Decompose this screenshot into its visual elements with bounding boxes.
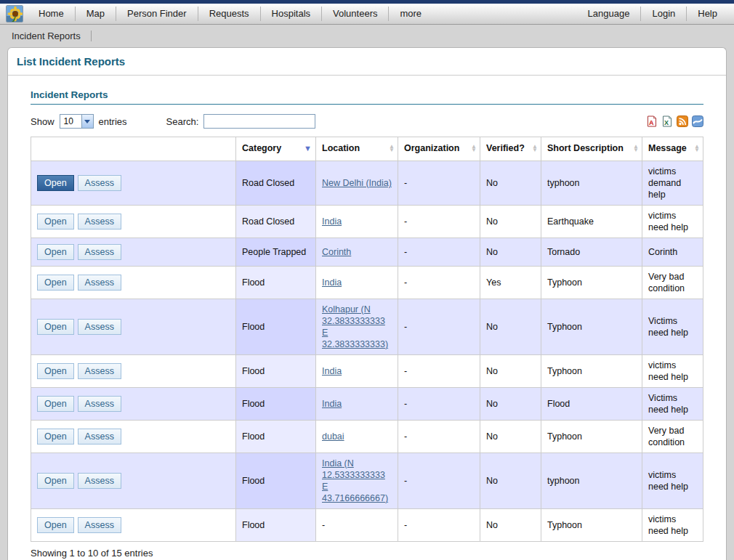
xls-export-icon[interactable]: X (661, 115, 673, 127)
row-actions-cell: OpenAssess (31, 238, 236, 266)
location-link[interactable]: New Delhi (India) (322, 178, 392, 188)
location-link[interactable]: Kolhapur (N 32.3833333333 E 32.383333333… (322, 304, 388, 349)
location-cell: New Delhi (India) (316, 161, 398, 205)
organization-cell: - (398, 205, 480, 238)
message-cell: victims need help (642, 354, 703, 387)
verified-cell: No (480, 508, 541, 541)
nav-item-person-finder[interactable]: Person Finder (116, 7, 198, 21)
table-controls: Show 10 entries Search: A X (31, 113, 703, 130)
assess-button[interactable]: Assess (78, 429, 121, 445)
location-link[interactable]: India (322, 277, 342, 288)
verified-cell: Yes (480, 266, 541, 299)
location-link[interactable]: Corinth (322, 247, 351, 257)
kml-export-icon[interactable] (692, 115, 703, 127)
location-cell: India (316, 205, 398, 238)
rss-export-icon[interactable] (677, 115, 688, 127)
nav-item-hospitals[interactable]: Hospitals (261, 7, 322, 21)
organization-cell: - (398, 238, 480, 266)
open-button[interactable]: Open (37, 244, 74, 260)
open-button[interactable]: Open (37, 429, 74, 445)
message-cell: Victims need help (642, 387, 703, 420)
open-button[interactable]: Open (37, 214, 74, 230)
panel-body: Incident Reports Show 10 entries Search:… (8, 76, 726, 560)
table-row: OpenAssessFloodIndia-YesTyphoonVery bad … (31, 266, 703, 299)
location-cell: - (316, 508, 398, 541)
column-header-message[interactable]: Message ▲▼ (642, 137, 703, 161)
breadcrumb[interactable]: Incident Reports (12, 31, 81, 41)
search-input[interactable] (203, 114, 315, 129)
category-cell: Road Closed (236, 205, 316, 238)
open-button[interactable]: Open (37, 175, 74, 191)
organization-cell: - (398, 354, 480, 387)
column-header-location[interactable]: Location ▲▼ (316, 137, 398, 161)
location-link[interactable]: India (322, 216, 342, 227)
organization-cell: - (398, 161, 480, 205)
verified-cell: No (480, 420, 541, 453)
page-length-value: 10 (60, 115, 81, 128)
row-actions-cell: OpenAssess (31, 161, 236, 205)
verified-cell: No (480, 387, 541, 420)
location-cell: Kolhapur (N 32.3833333333 E 32.383333333… (316, 299, 398, 354)
message-cell: victims need help (642, 205, 703, 238)
open-button[interactable]: Open (37, 319, 74, 335)
table-row: OpenAssessFlooddubai-NoTyphoonVery bad c… (31, 420, 703, 453)
export-icons-group: A X (646, 115, 703, 127)
assess-button[interactable]: Assess (78, 363, 121, 379)
verified-cell: No (480, 299, 541, 354)
location-cell: India (N 12.5333333333 E 43.7166666667) (316, 453, 398, 508)
nav-item-map[interactable]: Map (76, 7, 116, 21)
nav-item-language[interactable]: Language (577, 7, 642, 21)
content-panel: List Incident Reports Incident Reports S… (7, 47, 727, 560)
column-header-verified[interactable]: Verified? ▲▼ (480, 137, 541, 161)
panel-header: List Incident Reports (8, 48, 726, 76)
open-button[interactable]: Open (37, 363, 74, 379)
table-section-heading: Incident Reports (31, 89, 703, 105)
message-cell: victims need help (642, 453, 703, 508)
assess-button[interactable]: Assess (78, 517, 121, 533)
table-header-row: Category ▼ Location ▲▼ Organization ▲▼ V… (31, 137, 703, 161)
open-button[interactable]: Open (37, 473, 74, 489)
row-actions-cell: OpenAssess (31, 420, 236, 453)
column-header-category[interactable]: Category ▼ (236, 137, 316, 161)
entries-label: entries (99, 116, 127, 127)
main-menu-bar: Home Map Person Finder Requests Hospital… (0, 4, 734, 25)
nav-item-requests[interactable]: Requests (198, 7, 261, 21)
sunflower-icon (7, 6, 23, 23)
assess-button[interactable]: Assess (78, 275, 121, 291)
assess-button[interactable]: Assess (78, 473, 121, 489)
assess-button[interactable]: Assess (78, 175, 121, 191)
open-button[interactable]: Open (37, 275, 74, 291)
page-length-select[interactable]: 10 (60, 114, 94, 129)
nav-item-more[interactable]: more (389, 7, 432, 21)
pdf-export-icon[interactable]: A (646, 115, 658, 127)
location-link[interactable]: India (322, 399, 342, 409)
column-header-short-description[interactable]: Short Description ▲▼ (541, 137, 642, 161)
nav-item-login[interactable]: Login (641, 7, 687, 21)
assess-button[interactable]: Assess (78, 244, 121, 260)
short-description-cell: typhoon (541, 453, 642, 508)
sahana-logo[interactable] (6, 5, 23, 23)
nav-item-help[interactable]: Help (687, 7, 728, 21)
location-link[interactable]: dubai (322, 431, 344, 442)
table-row: OpenAssessFloodKolhapur (N 32.3833333333… (31, 299, 703, 354)
open-button[interactable]: Open (37, 517, 74, 533)
nav-item-volunteers[interactable]: Volunteers (322, 7, 389, 21)
assess-button[interactable]: Assess (78, 214, 121, 230)
category-cell: Flood (236, 453, 316, 508)
category-cell: Flood (236, 508, 316, 541)
nav-item-home[interactable]: Home (28, 7, 76, 21)
location-link[interactable]: India (N 12.5333333333 E 43.7166666667) (322, 458, 388, 503)
message-cell: victims demand help (642, 161, 703, 205)
assess-button[interactable]: Assess (78, 319, 121, 335)
open-button[interactable]: Open (37, 396, 74, 412)
short-description-cell: Flood (541, 387, 642, 420)
location-link[interactable]: India (322, 366, 342, 376)
short-description-cell: Typhoon (541, 299, 642, 354)
incident-reports-table: Category ▼ Location ▲▼ Organization ▲▼ V… (31, 137, 703, 542)
column-header-organization[interactable]: Organization ▲▼ (398, 137, 480, 161)
verified-cell: No (480, 354, 541, 387)
category-cell: People Trapped (236, 238, 316, 266)
message-cell: Corinth (642, 238, 703, 266)
location-cell: dubai (316, 420, 398, 453)
assess-button[interactable]: Assess (78, 396, 121, 412)
